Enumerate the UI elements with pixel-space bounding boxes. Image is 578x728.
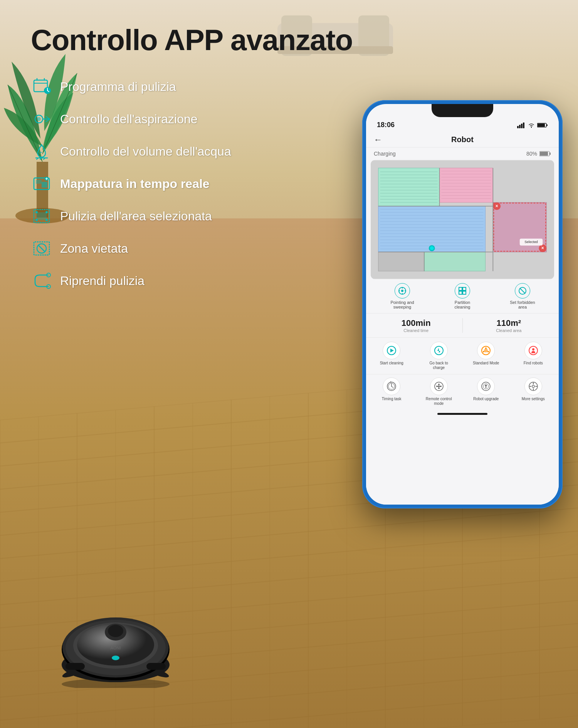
more-settings-icon [524, 377, 542, 395]
water-icon [31, 141, 52, 162]
svg-point-143 [487, 351, 489, 352]
more-settings-button[interactable]: More settings [511, 377, 556, 406]
cleaned-time-stat: 100min Cleaned time [374, 318, 459, 333]
set-forbidden-label: Set forbidden area [509, 300, 536, 309]
battery-status: 80% [526, 151, 551, 157]
app-header: ← Robot [366, 132, 559, 148]
main-title: Controllo APP avanzato [31, 23, 555, 57]
feature-forbidden-label: Zona vietata [60, 242, 128, 256]
phone-outer-frame: 18:06 [362, 100, 563, 508]
app-title: Robot [451, 135, 474, 144]
battery-display-icon [539, 151, 551, 156]
map-container: × × Selected [371, 160, 554, 279]
svg-point-56 [112, 656, 119, 660]
svg-rect-116 [424, 252, 486, 271]
partition-cleaning-control[interactable]: Partition cleaning [449, 283, 476, 309]
partition-cleaning-label: Partition cleaning [449, 300, 476, 309]
charging-label: Charging [374, 151, 396, 157]
battery-icon [537, 122, 548, 128]
svg-rect-134 [459, 291, 462, 294]
robot-upgrade-label: Robot upgrade [473, 397, 499, 401]
set-forbidden-icon [515, 283, 530, 299]
svg-point-38 [45, 219, 48, 221]
cleaned-area-value: 110m² [496, 318, 521, 328]
pointing-sweeping-icon [395, 283, 410, 299]
svg-rect-132 [459, 287, 462, 290]
phone-screen: 18:06 [366, 104, 559, 505]
cleaned-time-label: Cleaned time [403, 328, 428, 333]
timing-task-button[interactable]: Timing task [369, 377, 414, 406]
stats-row: 100min Cleaned time 110m² Cleaned area [366, 314, 559, 338]
app-content: Charging 80% [366, 148, 559, 505]
remote-control-icon [430, 377, 448, 395]
cleaned-area-label: Cleaned area [496, 328, 521, 333]
svg-point-162 [532, 385, 534, 387]
svg-point-142 [485, 347, 487, 349]
find-robots-label: Find robots [524, 361, 543, 366]
remote-control-button[interactable]: Remote control mode [417, 377, 462, 406]
signal-icon [517, 122, 526, 128]
feature-resume-label: Riprendi pulizia [60, 274, 144, 288]
action-grid-1: Start cleaning Go back to charge [366, 338, 559, 374]
svg-point-157 [436, 386, 438, 387]
svg-rect-62 [521, 124, 523, 128]
svg-point-141 [484, 349, 488, 352]
svg-point-146 [532, 348, 534, 351]
battery-percent: 80% [526, 151, 537, 157]
cleaned-time-value: 100min [402, 318, 431, 328]
standard-mode-label: Standard Mode [473, 361, 499, 366]
wifi-icon [528, 122, 535, 128]
stat-divider [462, 318, 463, 333]
svg-point-19 [37, 117, 41, 121]
svg-rect-68 [549, 153, 551, 155]
action-grid-2: Timing task [366, 374, 559, 410]
partition-cleaning-icon [455, 283, 470, 299]
status-time: 18:06 [377, 121, 395, 129]
feature-area-label: Pulizia dell'area selezionata [60, 209, 212, 223]
mapping-icon [31, 173, 52, 195]
suction-icon [31, 108, 52, 130]
timing-task-label: Timing task [382, 397, 402, 401]
robot-upgrade-icon [477, 377, 495, 395]
svg-rect-63 [523, 122, 524, 128]
svg-rect-28 [36, 180, 42, 184]
svg-point-127 [401, 290, 403, 292]
svg-rect-66 [538, 124, 545, 127]
pointing-sweeping-label: Pointing and sweeping [389, 300, 416, 309]
robot-upgrade-button[interactable]: Robot upgrade [464, 377, 509, 406]
start-cleaning-button[interactable]: Start cleaning [369, 342, 414, 370]
svg-point-154 [438, 384, 440, 385]
svg-line-150 [391, 386, 393, 387]
svg-rect-29 [42, 182, 47, 188]
schedule-icon [31, 76, 52, 97]
svg-rect-133 [463, 287, 466, 290]
set-forbidden-control[interactable]: Set forbidden area [509, 283, 536, 309]
feature-suction-label: Controllo dell'aspirazione [60, 112, 198, 126]
feature-mapping-label: Mappatura in tempo reale [60, 177, 210, 191]
back-button[interactable]: ← [374, 135, 382, 145]
svg-line-41 [38, 245, 45, 252]
svg-text:Selected: Selected [524, 240, 538, 244]
feature-water-label: Controllo del volume dell'acqua [60, 144, 231, 159]
resume-icon [31, 270, 52, 292]
find-robots-button[interactable]: Find robots [511, 342, 556, 370]
standard-mode-button[interactable]: Standard Mode [464, 342, 509, 370]
svg-rect-115 [378, 252, 424, 271]
svg-rect-69 [540, 152, 548, 156]
home-indicator [437, 413, 487, 415]
go-charge-label: Go back to charge [425, 361, 452, 370]
svg-rect-58 [66, 663, 85, 670]
svg-rect-59 [146, 663, 166, 670]
phone-mockup: 18:06 [362, 100, 563, 508]
go-charge-button[interactable]: Go back to charge [417, 342, 462, 370]
find-robots-icon [524, 342, 542, 359]
svg-point-155 [440, 386, 442, 387]
svg-rect-135 [463, 291, 466, 294]
charging-bar: Charging 80% [366, 148, 559, 160]
map-controls: Pointing and sweeping Partitio [366, 279, 559, 314]
svg-rect-60 [517, 126, 519, 128]
pointing-sweeping-control[interactable]: Pointing and sweeping [389, 283, 416, 309]
svg-point-144 [483, 351, 484, 352]
svg-text:AONI: AONI [111, 646, 121, 650]
forbidden-icon [31, 238, 52, 259]
